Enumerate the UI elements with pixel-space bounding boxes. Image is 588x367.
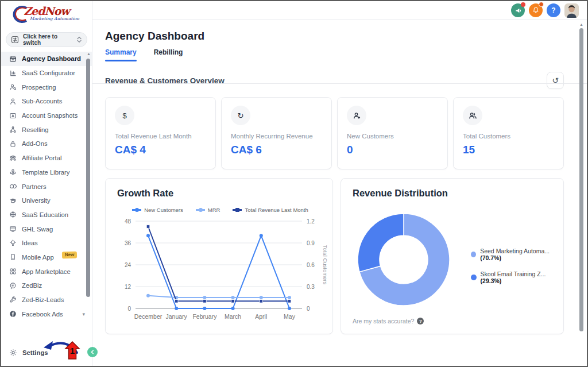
help-button[interactable]: ? bbox=[547, 3, 560, 17]
sidebar-item-saas-education[interactable]: SaaS Education bbox=[1, 208, 92, 222]
sidebar-item-affiliate-portal[interactable]: Affiliate Portal bbox=[1, 151, 92, 165]
tabs-divider bbox=[92, 83, 587, 84]
growth-chart-plot: 01224364800.30.60.91.2Total CustomersDec… bbox=[113, 213, 328, 337]
sidebar-item-mobile-app[interactable]: Mobile AppNew bbox=[1, 250, 92, 265]
sidebar-item-ideas[interactable]: Ideas bbox=[1, 236, 92, 250]
svg-text:0: 0 bbox=[127, 306, 131, 312]
tab-summary[interactable]: Summary bbox=[105, 48, 137, 61]
phone-icon bbox=[9, 253, 17, 261]
legend-item-new-customers[interactable]: New Customers bbox=[132, 207, 183, 213]
overview-section-header: Revenue & Customers Overview ↺ bbox=[105, 72, 564, 89]
legend-dot bbox=[471, 275, 477, 280]
sidebar-item-prospecting[interactable]: Prospecting bbox=[1, 80, 92, 94]
facebook-icon bbox=[9, 310, 17, 318]
lock-icon bbox=[9, 140, 17, 148]
notification-dot bbox=[521, 2, 525, 7]
sidebar-item-zedbiz[interactable]: ZedBiz bbox=[1, 279, 92, 293]
sidebar-item-partners[interactable]: Partners bbox=[1, 179, 92, 194]
revenue-distribution-title: Revenue Distribution bbox=[353, 188, 554, 199]
sidebar-scrollbar-thumb[interactable] bbox=[86, 59, 90, 297]
sidebar-item-template-library[interactable]: Template Library bbox=[1, 165, 92, 180]
sidebar-nav: Agency Dashboard SaaS Configurator Prosp… bbox=[1, 52, 92, 321]
svg-text:0.6: 0.6 bbox=[307, 262, 315, 268]
recurring-icon: ↻ bbox=[231, 106, 250, 125]
stats-accuracy-note: Are my stats accurate? ? bbox=[353, 318, 424, 324]
chat-icon bbox=[9, 282, 17, 289]
handshake-icon bbox=[9, 183, 17, 190]
legend-marker bbox=[196, 209, 205, 211]
growth-rate-card: Growth Rate New Customers MRR Total Reve… bbox=[105, 178, 333, 334]
notifications-button[interactable] bbox=[529, 3, 543, 17]
legend-item-mrr[interactable]: MRR bbox=[196, 207, 220, 213]
logo-text: ZedNow bbox=[24, 5, 69, 17]
person-icon bbox=[9, 98, 17, 105]
tab-bar: Summary Rebilling bbox=[105, 48, 564, 61]
stat-cards: $ Total Revenue Last Month CA$ 4 ↻ Month… bbox=[105, 97, 564, 169]
collapse-sidebar-button[interactable] bbox=[87, 347, 98, 357]
share-network-icon bbox=[9, 126, 17, 133]
sidebar-scroll-up-icon[interactable]: ▲ bbox=[87, 52, 91, 56]
sidebar-item-facebook-ads[interactable]: Facebook Ads▾ bbox=[1, 307, 92, 321]
stat-value: 15 bbox=[463, 144, 554, 156]
svg-text:12: 12 bbox=[125, 284, 131, 290]
svg-text:May: May bbox=[284, 313, 296, 320]
lightbulb-icon bbox=[9, 239, 17, 247]
legend-marker bbox=[132, 209, 141, 211]
template-icon bbox=[9, 168, 17, 176]
chart-list-icon bbox=[9, 69, 17, 77]
growth-rate-title: Growth Rate bbox=[113, 188, 328, 199]
svg-text:0.9: 0.9 bbox=[307, 240, 315, 246]
sidebar-item-agency-dashboard[interactable]: Agency Dashboard bbox=[1, 52, 92, 66]
svg-text:0.3: 0.3 bbox=[307, 284, 315, 290]
sidebar: ZedNow Marketing Automation Click here t… bbox=[1, 1, 92, 366]
stat-value: 0 bbox=[347, 144, 438, 156]
svg-text:0: 0 bbox=[307, 306, 310, 312]
sidebar-item-settings[interactable]: Settings bbox=[9, 349, 48, 357]
page-title: Agency Dashboard bbox=[105, 30, 564, 43]
graduation-cap-icon bbox=[9, 197, 17, 204]
app-window: ZedNow Marketing Automation Click here t… bbox=[0, 0, 588, 367]
announcements-button[interactable] bbox=[511, 3, 525, 17]
megaphone-icon bbox=[514, 7, 522, 14]
legend-item-seed[interactable]: Seed Marketing Automa...(70.7%) bbox=[471, 248, 563, 261]
main-scroll-up-icon[interactable]: ▲ bbox=[579, 22, 583, 26]
user-avatar[interactable] bbox=[564, 3, 579, 18]
avatar-image bbox=[564, 3, 579, 18]
svg-text:48: 48 bbox=[125, 218, 131, 225]
sidebar-item-zed-biz-leads[interactable]: Zed-Biz-Leads bbox=[1, 293, 92, 307]
gear-icon bbox=[9, 349, 17, 357]
sidebar-item-reselling[interactable]: Reselling bbox=[1, 122, 92, 137]
switcher-label: Click here to switch bbox=[23, 33, 72, 46]
main-scrollbar-thumb[interactable] bbox=[579, 28, 583, 331]
unfold-icon bbox=[76, 36, 82, 43]
people-group-icon bbox=[9, 154, 17, 162]
storefront-icon bbox=[9, 225, 17, 233]
legend-marker bbox=[233, 209, 242, 211]
legend-item-total-revenue[interactable]: Total Revenue Last Month bbox=[233, 207, 308, 213]
svg-text:1.2: 1.2 bbox=[307, 218, 315, 225]
stat-card-mrr: ↻ Monthly Recurring Revenue CA$ 6 bbox=[221, 97, 332, 169]
sidebar-item-sub-accounts[interactable]: Sub-Accounts bbox=[1, 94, 92, 109]
sidebar-item-university[interactable]: University bbox=[1, 194, 92, 208]
sidebar-item-saas-configurator[interactable]: SaaS Configurator bbox=[1, 66, 92, 80]
agency-logo: ZedNow Marketing Automation bbox=[1, 1, 92, 29]
account-switcher[interactable]: Click here to switch bbox=[6, 32, 87, 47]
stat-value: CA$ 6 bbox=[231, 144, 322, 156]
sidebar-item-app-marketplace[interactable]: App Marketplace bbox=[1, 264, 92, 279]
donut-chart bbox=[349, 205, 458, 316]
legend-item-skool[interactable]: Skool Email Training Z...(29.3%) bbox=[471, 271, 563, 284]
people-icon bbox=[463, 106, 482, 125]
growth-legend: New Customers MRR Total Revenue Last Mon… bbox=[113, 207, 328, 213]
sidebar-item-account-snapshots[interactable]: Account Snapshots bbox=[1, 109, 92, 123]
stat-card-total-revenue: $ Total Revenue Last Month CA$ 4 bbox=[105, 97, 216, 169]
svg-text:Total Customers: Total Customers bbox=[322, 245, 328, 285]
svg-text:36: 36 bbox=[125, 240, 131, 246]
globe-icon bbox=[9, 211, 17, 218]
refresh-button[interactable]: ↺ bbox=[547, 72, 564, 89]
chevron-down-icon[interactable]: ▾ bbox=[82, 311, 85, 317]
sidebar-item-add-ons[interactable]: Add-Ons bbox=[1, 137, 92, 151]
sidebar-item-ghl-swag[interactable]: GHL Swag bbox=[1, 222, 92, 236]
help-circle-icon[interactable]: ? bbox=[417, 318, 424, 324]
topbar: ? bbox=[92, 1, 587, 20]
tab-rebilling[interactable]: Rebilling bbox=[154, 48, 183, 61]
